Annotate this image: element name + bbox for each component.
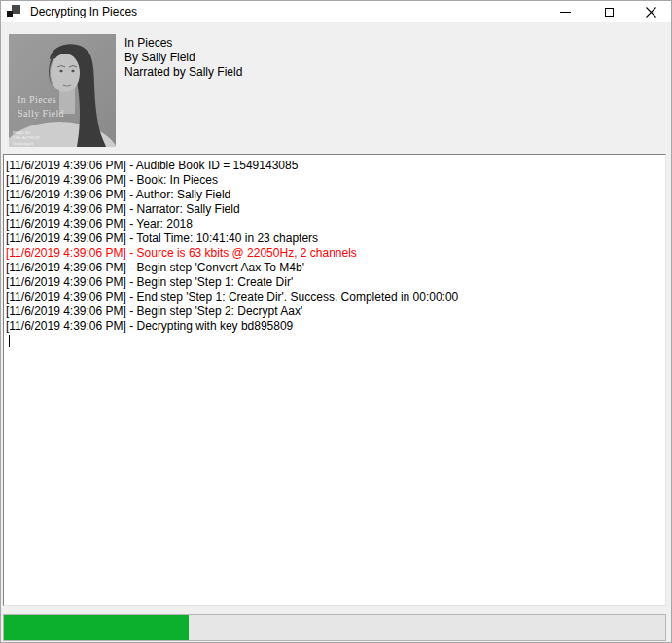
close-icon: [646, 7, 656, 18]
app-icon-square-large: [12, 5, 20, 14]
log-line: [11/6/2019 4:39:06 PM] - Total Time: 10:…: [6, 232, 662, 246]
book-narrator: Narrated by Sally Field: [124, 65, 242, 80]
title-bar: Decrypting In Pieces: [1, 1, 671, 22]
progress-fill: [4, 615, 189, 640]
window: Decrypting In Pieces: [0, 0, 672, 643]
book-title: In Pieces: [124, 36, 242, 51]
log-line: [11/6/2019 4:39:06 PM] - Book: In Pieces: [6, 173, 662, 188]
log-lines: [11/6/2019 4:39:06 PM] - Audible Book ID…: [6, 159, 662, 334]
log-line: [11/6/2019 4:39:06 PM] - Decrypting with…: [6, 319, 662, 334]
close-button[interactable]: [631, 1, 671, 22]
log-line: [11/6/2019 4:39:06 PM] - Narrator: Sally…: [6, 202, 662, 217]
window-controls: [544, 1, 671, 22]
maximize-icon: [605, 8, 614, 17]
log-line: [11/6/2019 4:39:06 PM] - Begin step 'Con…: [6, 261, 662, 275]
app-icon[interactable]: [7, 4, 22, 19]
log-line: [11/6/2019 4:39:06 PM] - Year: 2018: [6, 217, 662, 232]
book-author: By Sally Field: [124, 51, 242, 65]
cover-read-by-badge: Read by the author: [13, 130, 40, 140]
app-icon-square-small: [7, 11, 13, 17]
log-line: [11/6/2019 4:39:06 PM] - End step 'Step …: [6, 290, 662, 304]
cover-unabridged-text: Unabridged: [13, 141, 33, 146]
log-line: [11/6/2019 4:39:06 PM] - Audible Book ID…: [6, 159, 662, 173]
book-cover-image: In Pieces Sally Field Read by the author…: [9, 34, 116, 147]
window-title: Decrypting In Pieces: [30, 5, 137, 18]
log-textbox[interactable]: [11/6/2019 4:39:06 PM] - Audible Book ID…: [3, 154, 666, 606]
minimize-icon: [560, 12, 571, 13]
book-info: In Pieces By Sally Field Narrated by Sal…: [124, 36, 242, 80]
cover-title-text: In Pieces: [18, 94, 56, 105]
cover-author-text: Sally Field: [18, 108, 64, 119]
text-caret: [9, 335, 10, 347]
log-line: [11/6/2019 4:39:06 PM] - Source is 63 kb…: [6, 246, 662, 261]
log-line: [11/6/2019 4:39:06 PM] - Begin step 'Ste…: [6, 275, 662, 290]
maximize-button[interactable]: [587, 1, 631, 22]
log-line: [11/6/2019 4:39:06 PM] - Begin step 'Ste…: [6, 304, 662, 319]
minimize-button[interactable]: [544, 1, 587, 22]
progress-bar: [3, 614, 666, 641]
log-line: [11/6/2019 4:39:06 PM] - Author: Sally F…: [6, 188, 662, 202]
